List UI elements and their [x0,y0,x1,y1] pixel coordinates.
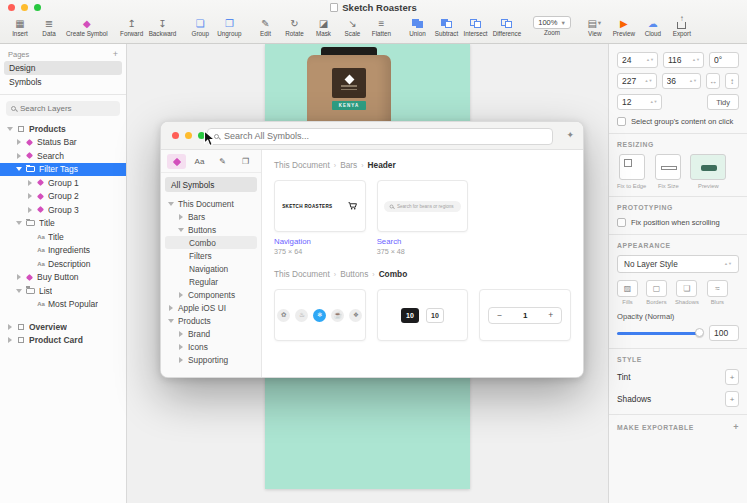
layer-row-buy-button[interactable]: Buy Button [0,271,126,285]
layer-row-search[interactable]: Search [0,149,126,163]
toolbar-ungroup-button[interactable]: ❐Ungroup [215,16,243,37]
symbol-card-search[interactable]: Search for beans or regions [377,180,469,232]
layer-row-ingredients[interactable]: AaIngredients [0,244,126,258]
height-field[interactable]: ▲▼ [662,73,702,89]
fills-button[interactable]: ▨ [617,280,638,297]
tree-brand[interactable]: Brand [165,327,257,340]
symbol-card-toggle[interactable]: 10 10 [377,289,469,341]
shadows-button[interactable]: ❏ [676,280,697,297]
toolbar-scale-button[interactable]: ↘Scale [338,16,366,37]
layer-search-input[interactable] [20,104,115,113]
symbol-search-field[interactable] [207,128,553,145]
close-button[interactable] [8,4,15,11]
all-symbols-item[interactable]: All Symbols [165,177,257,192]
group-click-option[interactable]: Select group's content on click [617,117,739,126]
tree-components[interactable]: Components [165,288,257,301]
layer-row-products[interactable]: Products [0,122,126,136]
toolbar-union-button[interactable]: Union [403,16,431,37]
add-page-icon[interactable]: + [113,49,118,59]
borders-button[interactable]: ▢ [646,280,667,297]
layer-row-title-text[interactable]: AaTitle [0,230,126,244]
toolbar-forward-button[interactable]: ↥Forward [118,16,146,37]
window-titlebar[interactable]: Sketch Roasters [0,0,747,15]
stepper-arrows-icon[interactable]: ▲▼ [645,79,653,83]
symbol-search-input[interactable] [224,131,546,141]
toolbar-backward-button[interactable]: ↧Backward [147,16,179,37]
tab-components[interactable]: ❐ [236,154,255,169]
flip-horizontal-button[interactable]: ↔ [706,73,720,89]
width-field[interactable]: ▲▼ [617,73,657,89]
flip-vertical-button[interactable]: ↕ [725,73,739,89]
tab-symbols[interactable] [167,154,186,169]
tree-apple-ios-ui[interactable]: Apple iOS UI [165,301,257,314]
layer-row-group-3[interactable]: Group 3 [0,203,126,217]
window-options-icon[interactable]: ✦ [566,130,574,140]
fix-position-option[interactable]: Fix position when scrolling [617,218,739,227]
toolbar-flatten-button[interactable]: ≡Flatten [367,16,395,37]
tree-navigation[interactable]: Navigation [165,262,257,275]
page-item-design[interactable]: Design [4,61,122,75]
toolbar-view-button[interactable]: ▤▼View [581,16,609,37]
corner-radius-field[interactable]: ▲▼ [617,94,662,110]
tidy-button[interactable]: Tidy [707,94,739,110]
tree-this-document[interactable]: This Document [165,197,257,210]
toolbar-insert-button[interactable]: ▦Insert [6,16,34,37]
layer-row-filter-tags[interactable]: Filter Tags [0,163,126,177]
toolbar-group-button[interactable]: ❏Group [186,16,214,37]
close-button[interactable] [172,132,179,139]
stepper-arrows-icon[interactable]: ▲▼ [689,79,697,83]
toolbar-edit-button[interactable]: ✎Edit [251,16,279,37]
stepper-arrows-icon[interactable]: ▲▼ [650,100,658,104]
toolbar-zoom-control[interactable]: 100%▼Zoom [531,16,573,36]
symbol-card-stepper[interactable]: − 1 + [479,289,571,341]
zoom-level-dropdown[interactable]: 100%▼ [533,16,571,29]
tree-bars[interactable]: Bars [165,210,257,223]
toolbar-cloud-button[interactable]: ☁Cloud [639,16,667,37]
toolbar-intersect-button[interactable]: Intersect [461,16,489,37]
rotation-field[interactable] [709,52,739,68]
blurs-button[interactable]: ≈ [707,280,728,297]
symbol-card-navigation[interactable]: SKETCH ROASTERS [274,180,366,232]
add-shadow-button[interactable]: + [725,391,739,407]
layer-style-dropdown[interactable]: No Layer Style ▲▼ [617,255,739,273]
toolbar-rotate-button[interactable]: ↻Rotate [280,16,308,37]
checkbox[interactable] [617,117,626,126]
opacity-slider-knob[interactable] [695,328,704,337]
toolbar-create-symbol-button[interactable]: ◆Create Symbol [64,16,110,37]
layer-search-field[interactable] [6,101,120,116]
layer-row-title-group[interactable]: Title [0,217,126,231]
tab-text-styles[interactable]: Aa [190,154,209,169]
opacity-slider[interactable] [617,332,703,335]
y-position-field[interactable]: ▲▼ [663,52,704,68]
layer-row-overview[interactable]: Overview [0,320,126,334]
tree-filters[interactable]: Filters [165,249,257,262]
add-export-icon[interactable]: + [733,422,739,432]
layer-row-list-group[interactable]: List [0,284,126,298]
checkbox[interactable] [617,218,626,227]
layer-row-status-bar[interactable]: Status Bar [0,136,126,150]
toolbar-preview-button[interactable]: ▶Preview [610,16,638,37]
tree-combo[interactable]: Combo [165,236,257,249]
add-tint-button[interactable]: + [725,369,739,385]
stepper-arrows-icon[interactable]: ▲▼ [692,58,700,62]
fix-size-control[interactable] [655,154,681,180]
tree-regular[interactable]: Regular [165,275,257,288]
tree-buttons[interactable]: Buttons [165,223,257,236]
toolbar-export-button[interactable]: Export [668,16,696,37]
page-item-symbols[interactable]: Symbols [4,75,122,89]
minimize-button[interactable] [185,132,192,139]
tree-supporting[interactable]: Supporting [165,353,257,366]
tree-products[interactable]: Products [165,314,257,327]
toolbar-mask-button[interactable]: ◪Mask [309,16,337,37]
symbol-card-filters[interactable]: ✿ ♨ ❄ ☕ ❖ [274,289,366,341]
toolbar-difference-button[interactable]: Difference [491,16,524,37]
fullscreen-button[interactable] [34,4,41,11]
tree-icons[interactable]: Icons [165,340,257,353]
fullscreen-button[interactable] [198,132,205,139]
minimize-button[interactable] [21,4,28,11]
pin-to-edge-control[interactable] [619,154,645,180]
tab-layer-styles[interactable]: ✎ [213,154,232,169]
layer-row-description[interactable]: AaDescription [0,257,126,271]
stepper-arrows-icon[interactable]: ▲▼ [646,58,654,62]
toolbar-subtract-button[interactable]: Subtract [432,16,460,37]
